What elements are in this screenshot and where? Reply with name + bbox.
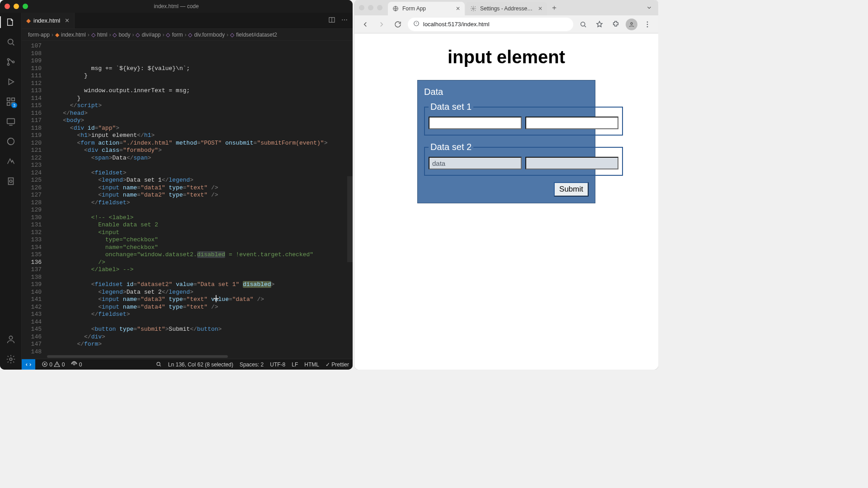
indent-setting[interactable]: Spaces: 2 [240,361,264,368]
bookmark-star-icon[interactable] [593,18,606,31]
forward-button[interactable] [375,18,388,31]
minimize-window-button[interactable] [14,4,19,9]
input-data2[interactable] [525,117,618,129]
ext-a-icon[interactable] [5,136,17,147]
extensions-icon[interactable]: 3 [5,96,17,108]
kebab-menu-icon[interactable] [641,18,654,31]
svg-point-19 [157,362,160,366]
svg-point-25 [647,21,648,23]
back-button[interactable] [359,18,372,31]
ext-b-icon[interactable] [5,155,17,167]
window-title: index.html — code [154,3,198,9]
ext-c-icon[interactable] [5,175,17,187]
svg-point-10 [9,180,12,183]
explorer-icon[interactable] [5,16,17,28]
form-title: Data [424,87,589,97]
account-icon[interactable] [5,333,17,345]
encoding[interactable]: UTF-8 [270,361,285,368]
browser-window: Form App ✕ Settings - Addresses and m… ✕… [354,0,658,370]
browser-tab-settings[interactable]: Settings - Addresses and m… ✕ [466,2,547,15]
code-editor[interactable]: 1071081091101111121131141151161171181191… [22,41,353,354]
form-panel: Data Data set 1 Data set 2 Submit [417,80,595,203]
zoom-icon[interactable] [156,361,162,368]
svg-rect-5 [11,98,14,101]
rendered-page: input element Data Data set 1 Data set 2… [354,33,658,370]
language-mode[interactable]: HTML [304,361,319,368]
settings-gear-icon[interactable] [5,353,17,365]
input-data4 [525,157,618,169]
svg-point-15 [344,19,345,20]
svg-point-11 [9,336,12,339]
remote-icon[interactable] [5,116,17,127]
new-tab-button[interactable]: ＋ [548,1,561,14]
svg-point-23 [581,22,585,26]
browser-tab-form-app[interactable]: Form App ✕ [388,2,465,15]
reload-button[interactable] [392,18,404,31]
split-editor-icon[interactable] [328,16,335,25]
cursor-position[interactable]: Ln 136, Col 62 (8 selected) [168,361,233,368]
search-icon[interactable] [5,36,17,48]
svg-point-27 [647,26,648,27]
site-info-icon[interactable] [413,20,420,28]
svg-point-0 [8,39,13,44]
close-tab-icon[interactable]: ✕ [65,17,70,24]
ports-indicator[interactable]: 0 [71,361,82,368]
close-tab-icon[interactable]: ✕ [456,5,460,12]
source-control-icon[interactable] [5,56,17,68]
zoom-button[interactable] [577,18,590,31]
tab-label: index.html [33,17,60,24]
editor-titlebar: index.html — code [0,0,353,13]
breadcrumbs[interactable]: form-app› ◆ index.html› ◇ html› ◇ body› … [22,29,353,41]
input-data1[interactable] [429,117,522,129]
minimize-window-button[interactable] [368,5,373,10]
svg-point-3 [12,61,14,63]
close-window-button[interactable] [5,4,10,9]
fieldset-dataset2: Data set 2 [424,142,623,176]
extensions-badge: 3 [11,103,17,108]
code-content[interactable]: msg += `${key}: ${value}\n`; } window.ou… [47,41,353,354]
tab-title: Settings - Addresses and m… [480,5,534,12]
profile-avatar[interactable] [626,19,637,30]
html-file-icon: ◆ [55,32,59,38]
svg-point-14 [342,19,343,20]
tab-title: Form App [402,5,426,12]
svg-rect-4 [7,98,9,101]
svg-rect-8 [7,119,14,124]
svg-point-26 [647,23,648,25]
problems-indicator[interactable]: 0 0 [42,361,65,368]
legend-dataset2: Data set 2 [429,142,473,152]
activity-bar: 3 [0,13,22,370]
eol[interactable]: LF [292,361,298,368]
globe-icon [392,5,399,12]
close-window-button[interactable] [359,5,364,10]
maximize-window-button[interactable] [377,5,382,10]
tab-bar: ◆ index.html ✕ [22,13,353,29]
editor-tab-index-html[interactable]: ◆ index.html ✕ [22,13,75,28]
line-gutter: 1071081091101111121131141151161171181191… [22,41,47,354]
vscode-window: index.html — code 3 [0,0,353,370]
browser-tabstrip: Form App ✕ Settings - Addresses and m… ✕… [354,0,658,15]
horizontal-scrollbar[interactable] [22,354,353,359]
status-bar: 0 0 0 Ln 136, Col 62 (8 selected) Spaces… [22,359,353,370]
svg-point-16 [346,19,347,20]
gear-icon [470,5,476,12]
formatter[interactable]: ✓ Prettier [326,361,349,368]
submit-button[interactable]: Submit [554,182,589,197]
svg-rect-6 [7,103,9,105]
window-controls [5,4,28,9]
remote-indicator[interactable] [22,359,35,370]
svg-point-18 [74,363,75,365]
more-actions-icon[interactable] [341,16,348,25]
extensions-puzzle-icon[interactable] [609,18,622,31]
maximize-window-button[interactable] [23,4,28,9]
svg-point-21 [472,8,474,9]
legend-dataset1: Data set 1 [429,102,473,112]
run-debug-icon[interactable] [5,76,17,88]
tabs-dropdown-icon[interactable] [643,1,656,14]
close-tab-icon[interactable]: ✕ [538,5,542,12]
svg-point-12 [9,358,12,361]
svg-point-1 [7,58,9,60]
input-data3 [429,157,522,169]
window-controls [359,5,382,10]
address-bar[interactable]: localhost:5173/index.html [408,18,573,31]
